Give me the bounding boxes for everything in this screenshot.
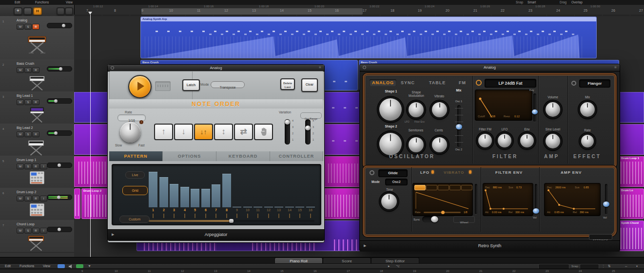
- glide-time-knob[interactable]: [381, 194, 397, 209]
- leftright-icon[interactable]: ↔: [624, 264, 628, 268]
- custom-button[interactable]: Custom: [119, 216, 150, 223]
- track-zoom-button[interactable]: [57, 7, 65, 15]
- tab-controller[interactable]: CONTROLLER: [270, 151, 323, 161]
- direction-down-up-button[interactable]: ↓↑: [194, 124, 213, 140]
- glide-power-button[interactable]: [370, 170, 374, 175]
- lfo-amount-slider[interactable]: [475, 184, 477, 214]
- pencil-tool-icon[interactable]: ⌥: [396, 264, 400, 268]
- track-row[interactable]: 1 Analog M S R: [0, 16, 74, 60]
- tab-table[interactable]: TABLE: [429, 80, 446, 85]
- pianoroll-ruler[interactable]: 910111213141516171819202122232425: [0, 269, 644, 273]
- track-row[interactable]: 4 Big Lead 2 M S R: [0, 124, 74, 156]
- midi-region-synth-chord[interactable]: Synth Chord: [619, 220, 644, 251]
- amp-env-vol-slider[interactable]: [605, 184, 607, 214]
- live-button[interactable]: Live: [125, 171, 145, 179]
- filter-env-display[interactable]: Dec 880 ms Sus 0.73 Att 0.00 ms Rel 330 …: [483, 183, 533, 216]
- direction-up-button[interactable]: ↑: [154, 124, 173, 140]
- speaker-icon[interactable]: [68, 264, 73, 269]
- track-name[interactable]: Big Lead 2: [17, 126, 33, 129]
- menubar-functions[interactable]: Functions: [35, 0, 49, 4]
- audio-region-drum-loop-2[interactable]: [74, 188, 80, 219]
- step-velocity-bar[interactable]: [233, 207, 241, 207]
- filter-power-button[interactable]: [476, 80, 482, 86]
- mute-button[interactable]: M: [17, 24, 24, 30]
- add-track-button[interactable]: +: [14, 7, 22, 15]
- mode-dropdown[interactable]: Transpose: [211, 81, 245, 88]
- step-velocity-bar[interactable]: [180, 187, 189, 207]
- direction-as-played-button[interactable]: [254, 124, 273, 140]
- step-velocity-bar[interactable]: [201, 189, 210, 207]
- mute-button[interactable]: M: [17, 164, 24, 169]
- tab-sync[interactable]: SYNC: [401, 80, 415, 85]
- volume-fader[interactable]: [47, 23, 72, 28]
- step-velocity-bar[interactable]: [222, 174, 231, 207]
- effect-power-button[interactable]: [571, 81, 576, 86]
- step-velocity-bar[interactable]: [254, 207, 262, 207]
- cents-knob[interactable]: [432, 137, 447, 152]
- shape2-knob[interactable]: [379, 133, 402, 155]
- step-bars[interactable]: [149, 168, 317, 207]
- record-enable-button[interactable]: R: [32, 24, 39, 30]
- mute-button[interactable]: M: [17, 67, 24, 73]
- menubar-edit[interactable]: Edit: [15, 0, 20, 4]
- arp-play-button[interactable]: [128, 75, 152, 98]
- track-options-button[interactable]: [65, 7, 73, 15]
- track-lane[interactable]: Analog Synth Arp: [74, 16, 644, 60]
- lfo-display[interactable]: Rate 1/8: [412, 183, 473, 216]
- glide-mode-value[interactable]: Osc2: [385, 179, 408, 185]
- tab-options[interactable]: OPTIONS: [163, 151, 216, 161]
- solo-button[interactable]: S: [24, 24, 32, 30]
- track-name[interactable]: Drum Loop 1: [17, 158, 36, 162]
- shape1-knob[interactable]: [379, 98, 402, 121]
- latch-button[interactable]: Latch: [182, 79, 200, 91]
- volume-fader[interactable]: [47, 66, 72, 72]
- updown-icon[interactable]: ⇅: [608, 264, 611, 268]
- hide-tracks-button[interactable]: H: [33, 7, 42, 15]
- menubar-snap[interactable]: Snap: [516, 0, 523, 4]
- solo-button[interactable]: S: [24, 196, 32, 201]
- tab-fm[interactable]: FM: [459, 80, 466, 85]
- rate-knob[interactable]: [120, 122, 140, 143]
- midi-in-button[interactable]: [58, 264, 65, 268]
- step-velocity-bar[interactable]: [170, 184, 178, 207]
- length-slider-handle[interactable]: [229, 219, 234, 223]
- playhead[interactable]: [90, 15, 91, 257]
- filter-type-display[interactable]: LP 24dB Fat: [485, 79, 536, 88]
- track-name[interactable]: Drum Loop 2: [17, 190, 36, 194]
- menubar-view[interactable]: View: [66, 0, 73, 4]
- menubar-snap-value[interactable]: Smart: [527, 0, 536, 4]
- step-velocity-bar[interactable]: [149, 172, 157, 207]
- direction-random-button[interactable]: ⇄: [234, 124, 253, 140]
- midi-region-analog-synth-arp[interactable]: Analog Synth Arp: [140, 17, 597, 58]
- track-name[interactable]: Analog: [17, 18, 27, 22]
- arpeggiator-plugin-window[interactable]: Analog ≡ Latch Mode Transpose Delete Las…: [107, 64, 325, 243]
- direction-down-button[interactable]: ↓: [174, 124, 193, 140]
- volume-knob[interactable]: [546, 102, 560, 117]
- track-row[interactable]: 7 Chord Loop M S R I: [0, 220, 74, 253]
- effect-mix-knob[interactable]: [580, 102, 595, 117]
- track-name[interactable]: Chord Loop: [17, 222, 35, 226]
- catch-playhead-button[interactable]: [76, 264, 83, 268]
- step-velocity-bar[interactable]: [285, 207, 294, 207]
- semitones-knob[interactable]: [409, 137, 424, 152]
- wheel-box[interactable]: Wheel: [453, 216, 475, 223]
- grid-button[interactable]: Grid: [122, 186, 148, 195]
- solo-button[interactable]: S: [24, 164, 32, 169]
- filter-fm-knob[interactable]: [478, 134, 492, 147]
- volume-fader[interactable]: [47, 130, 72, 136]
- filter-graph-display[interactable]: Cutoff 0.58 Reso 0.12: [475, 90, 532, 121]
- filter-funnel-icon[interactable]: ▼: [88, 264, 91, 268]
- amp-env-display[interactable]: Dec 2600 ms Sus 0.85 Att 0.65 ms Rel 390…: [544, 183, 601, 216]
- editor-menu-functions[interactable]: Functions: [20, 264, 34, 268]
- volume-fader[interactable]: [47, 98, 72, 104]
- timeline-ruler[interactable]: 1:00:121:00:141:00:161:00:181:00:201:00:…: [0, 5, 644, 15]
- link-icon[interactable]: ≡: [319, 65, 321, 70]
- link-icon[interactable]: ≡: [614, 65, 617, 70]
- track-row[interactable]: 5 Drum Loop 1 M S R I: [0, 156, 74, 188]
- volume-fader[interactable]: [47, 227, 72, 232]
- mute-button[interactable]: M: [17, 131, 24, 137]
- pointer-tool-icon[interactable]: ▸: [388, 264, 390, 268]
- mute-button[interactable]: M: [17, 196, 24, 201]
- tab-analog[interactable]: ANALOG: [370, 79, 396, 86]
- track-name[interactable]: Bass Crush: [17, 62, 34, 65]
